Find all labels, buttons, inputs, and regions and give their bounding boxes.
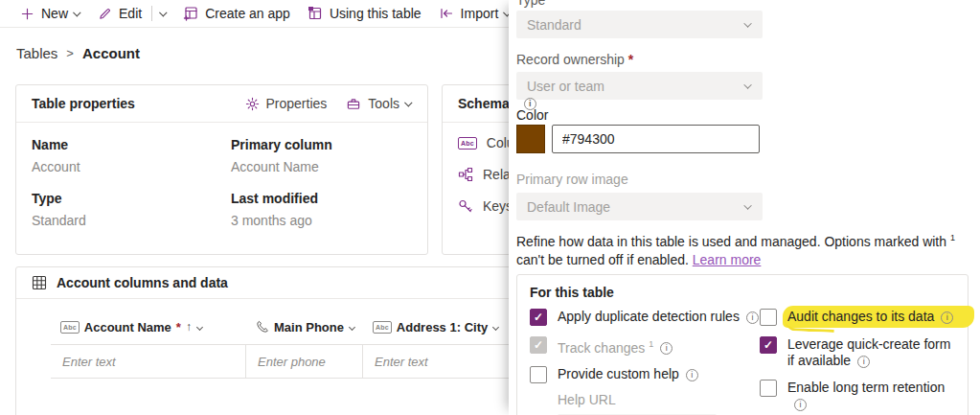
key-icon (458, 198, 473, 214)
option-label-text: Apply duplicate detection rules (558, 309, 740, 324)
option-label: Provide custom help (558, 366, 698, 382)
checkbox-checked[interactable] (760, 336, 777, 354)
option-label: Enable long term retention (787, 380, 956, 412)
cell-account-name-input[interactable]: Enter text (51, 345, 246, 378)
option-label: Track changes 1 (558, 336, 672, 357)
new-button-label: New (41, 6, 68, 21)
option-leverage-quick-create: Leverage quick-create form if available (760, 336, 956, 369)
using-this-table-button[interactable]: Using this table (299, 0, 430, 27)
description-text-1: Refine how data in this table is used an… (516, 234, 946, 249)
info-icon[interactable] (746, 311, 759, 324)
text-column-icon (458, 137, 477, 150)
description-text-2: can't be turned off if enabled. (516, 252, 689, 267)
sort-ascending-icon: ↑ (186, 320, 192, 334)
tools-button[interactable]: Tools (346, 96, 412, 111)
relationships-icon (458, 167, 473, 182)
type-label: Type (516, 0, 980, 8)
refine-description: Refine how data in this table is used an… (516, 229, 974, 269)
chevron-down-icon (349, 323, 355, 330)
tools-button-label: Tools (368, 96, 399, 111)
option-provide-custom-help: Provide custom help (530, 366, 760, 383)
info-icon[interactable] (941, 311, 953, 324)
import-button[interactable]: Import (430, 0, 520, 27)
checkbox-unchecked[interactable] (760, 380, 777, 397)
columns-and-data-title: Account columns and data (57, 275, 228, 290)
table-properties-body: Name Account Primary column Account Name… (16, 123, 427, 242)
info-icon[interactable] (857, 356, 870, 368)
checkbox-unchecked[interactable] (530, 366, 547, 383)
create-an-app-button[interactable]: Create an app (174, 0, 299, 27)
for-this-table-title: For this table (530, 285, 956, 300)
properties-button[interactable]: Properties (245, 96, 328, 111)
option-label-text: Track changes (558, 339, 645, 355)
field-primary-column-label: Primary column (231, 137, 412, 152)
option-audit-changes: Audit changes to its data (760, 309, 956, 326)
new-button[interactable]: New (11, 0, 89, 27)
breadcrumb: Tables > Account (16, 45, 140, 61)
chevron-down-icon (196, 323, 203, 330)
table-properties-title: Table properties (32, 96, 135, 111)
column-header-main-phone[interactable]: Main Phone (246, 320, 363, 334)
option-track-changes: Track changes 1 (530, 336, 760, 357)
required-asterisk: * (176, 320, 181, 334)
options-left-column: Apply duplicate detection rules Track ch… (530, 309, 760, 415)
record-ownership-dropdown: User or team (516, 72, 763, 100)
field-primary-column-value: Account Name (231, 159, 412, 174)
field-last-modified: Last modified 3 months ago (231, 191, 412, 228)
column-header-account-name-label: Account Name (84, 320, 171, 334)
learn-more-link[interactable]: Learn more (693, 252, 762, 267)
checkbox-unchecked[interactable] (760, 309, 777, 326)
column-header-account-name[interactable]: Account Name * ↑ (51, 320, 246, 334)
record-ownership-label: Record ownership * (516, 52, 980, 67)
info-icon[interactable] (794, 399, 807, 411)
text-type-icon (60, 321, 80, 334)
field-name-value: Account (32, 159, 231, 174)
table-grid-icon (32, 275, 47, 290)
using-this-table-label: Using this table (330, 6, 422, 21)
option-label-text: Enable long term retention (787, 380, 945, 395)
pencil-icon (98, 7, 112, 21)
help-url-label: Help URL (558, 392, 760, 407)
cell-main-phone-input[interactable]: Enter phone (246, 345, 363, 378)
field-primary-column: Primary column Account Name (231, 137, 412, 174)
breadcrumb-tables-link[interactable]: Tables (16, 45, 57, 61)
edit-button-label: Edit (119, 6, 142, 21)
field-last-modified-value: 3 months ago (231, 213, 412, 228)
schema-title-text: Schema (458, 96, 510, 111)
chevron-down-icon (743, 201, 751, 209)
record-ownership-label-text: Record ownership (516, 52, 625, 67)
using-table-icon (308, 6, 323, 21)
primary-row-image-dropdown-value: Default Image (527, 199, 610, 215)
option-enable-long-term-retention: Enable long term retention (760, 380, 956, 412)
create-an-app-label: Create an app (205, 6, 290, 21)
color-hex-input[interactable] (552, 125, 760, 153)
table-properties-header: Table properties Properties Tools (16, 85, 427, 123)
options-right-column: Audit changes to its data Leverage quick… (760, 309, 956, 415)
option-label-text: Audit changes to its data (787, 309, 934, 324)
table-properties-card: Table properties Properties Tools Name A… (15, 84, 428, 255)
info-icon[interactable] (524, 98, 536, 110)
plus-icon (20, 7, 34, 21)
edit-split-dropdown-button[interactable] (153, 0, 174, 27)
create-app-icon (183, 6, 198, 21)
import-arrow-icon (439, 6, 454, 21)
chevron-down-icon (404, 99, 412, 106)
field-type-label: Type (32, 191, 231, 206)
type-dropdown: Standard (516, 11, 763, 38)
info-icon[interactable] (686, 369, 698, 381)
info-icon[interactable] (660, 342, 672, 355)
record-ownership-dropdown-value: User or team (527, 79, 604, 94)
field-name: Name Account (32, 137, 231, 174)
chevron-down-icon (159, 9, 167, 16)
column-header-address-city-label: Address 1: City (397, 320, 488, 334)
field-name-label: Name (32, 137, 231, 152)
color-swatch[interactable] (516, 125, 545, 153)
type-dropdown-value: Standard (527, 17, 581, 33)
field-type-value: Standard (32, 213, 231, 228)
checkbox-checked[interactable] (530, 309, 547, 326)
required-asterisk: * (628, 52, 633, 67)
edit-button[interactable]: Edit (89, 0, 150, 27)
properties-button-label: Properties (266, 96, 328, 111)
column-header-main-phone-label: Main Phone (274, 320, 344, 334)
breadcrumb-separator: > (66, 46, 74, 60)
